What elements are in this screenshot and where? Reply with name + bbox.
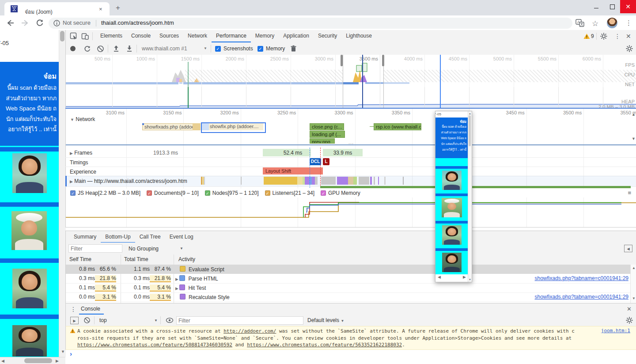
activity-cell[interactable]: ▶ Hit Test bbox=[175, 284, 206, 291]
col-activity[interactable]: Activity bbox=[178, 256, 195, 262]
counter-checkbox[interactable]: ✓ bbox=[321, 190, 326, 196]
console-clear-icon[interactable] bbox=[83, 317, 91, 324]
bottom-filter-input[interactable] bbox=[68, 244, 122, 253]
warning-count[interactable]: 9 bbox=[591, 33, 594, 39]
bottom-tab-event-log[interactable]: Event Log bbox=[165, 231, 198, 243]
scroll-right-icon[interactable]: ▶ bbox=[56, 359, 59, 363]
screenshots-label[interactable]: Screenshots bbox=[223, 46, 253, 52]
reload-icon[interactable] bbox=[35, 19, 44, 27]
profile-select-caret-icon[interactable]: ▼ bbox=[204, 46, 207, 50]
console-filter-input[interactable] bbox=[176, 316, 303, 325]
tab-sources[interactable]: Sources bbox=[155, 30, 183, 42]
expand-icon[interactable]: ▶ bbox=[175, 277, 179, 281]
legend-menu-icon[interactable]: ≡ bbox=[628, 190, 631, 196]
devtools-close-icon[interactable]: ✕ bbox=[626, 33, 631, 40]
warning-link[interactable]: https://www.chromestatus.com/feature/563… bbox=[247, 342, 402, 348]
network-request[interactable]: loading.gif (... bbox=[310, 131, 345, 138]
network-request[interactable]: rsp.ico (www.thaiall.com) bbox=[374, 123, 421, 130]
scroll-down-icon[interactable]: ▼ bbox=[61, 350, 65, 354]
console-context-select[interactable]: top bbox=[99, 317, 107, 323]
table-row[interactable]: 0.3 ms21.8 %0.3 ms21.8 %▶ Parse HTMLshow… bbox=[66, 274, 636, 284]
load-profile-icon[interactable] bbox=[113, 45, 120, 52]
browser-menu-icon[interactable]: ⋮ bbox=[625, 19, 632, 27]
expand-icon[interactable]: ▶ bbox=[175, 286, 179, 291]
activity-cell[interactable]: Recalculate Style bbox=[175, 294, 230, 300]
counter-checkbox[interactable]: ✓ bbox=[70, 190, 76, 196]
network-request[interactable]: close.png (c... bbox=[310, 123, 344, 130]
device-toolbar-icon[interactable] bbox=[81, 32, 89, 40]
counter-checkbox[interactable]: ✓ bbox=[147, 190, 152, 196]
page-hscrollbar[interactable]: ◀ ▶ bbox=[0, 357, 65, 364]
detail-scroll-up-icon[interactable]: ▲ bbox=[632, 113, 636, 117]
grid-header[interactable]: Self Time Total Time Activity bbox=[66, 254, 636, 265]
layout-shift-bar[interactable]: Layout Shift bbox=[263, 167, 323, 174]
counter-toggle[interactable]: ✓Nodes[975 – 1 120] bbox=[205, 190, 259, 196]
flame-segment[interactable] bbox=[305, 177, 309, 185]
source-link[interactable]: showfixads.php?tabname=c0001941:29 bbox=[485, 275, 628, 281]
grouping-caret-icon[interactable]: ▼ bbox=[180, 246, 183, 250]
tab-close-icon[interactable]: × bbox=[99, 6, 102, 12]
popup-next-icon[interactable]: ▶ bbox=[463, 275, 466, 279]
timings-track-label[interactable]: Timings bbox=[70, 159, 88, 166]
warning-link[interactable]: https://www.chromestatus.com/feature/508… bbox=[77, 342, 232, 348]
network-request-selected[interactable]: showfix.php (addoer.... bbox=[202, 123, 263, 130]
scroll-left-icon[interactable]: ◀ bbox=[1, 359, 4, 363]
save-profile-icon[interactable] bbox=[126, 45, 133, 52]
activity-cell[interactable]: ▶ Parse HTML bbox=[175, 275, 218, 282]
flame-segment[interactable] bbox=[348, 177, 353, 185]
flame-segment[interactable] bbox=[370, 177, 372, 185]
table-row[interactable]: 0.8 ms65.6 %1.1 ms87.4 % Evaluate Script bbox=[66, 265, 636, 274]
network-track-label[interactable]: ▼ Network bbox=[70, 116, 95, 122]
grid-scroll-up-icon[interactable]: ▲ bbox=[632, 266, 636, 270]
console-source-link[interactable]: joom.htm:1 bbox=[552, 328, 630, 334]
show-heaviest-stack-icon[interactable]: ◀ bbox=[624, 245, 632, 252]
bottom-tab-bottom-up[interactable]: Bottom-Up bbox=[101, 231, 135, 243]
minimize-button[interactable] bbox=[588, 0, 604, 13]
flame-segment[interactable] bbox=[374, 177, 375, 185]
settings-gear-icon[interactable] bbox=[600, 33, 607, 40]
clear-icon[interactable] bbox=[97, 45, 104, 53]
flame-segment[interactable] bbox=[403, 177, 404, 185]
bookmark-star-icon[interactable]: ☆ bbox=[592, 19, 598, 28]
main-track-label[interactable]: ▶ Main — http://www.thaiall.com/actress/… bbox=[70, 178, 187, 184]
tab-console[interactable]: Console bbox=[127, 30, 155, 42]
bottom-tab-summary[interactable]: Summary bbox=[69, 231, 101, 243]
console-settings-gear-icon[interactable] bbox=[626, 317, 633, 324]
activity-cell[interactable]: Evaluate Script bbox=[175, 266, 224, 273]
flame-segment[interactable] bbox=[315, 177, 318, 185]
selection-left-handle[interactable] bbox=[341, 55, 343, 66]
counters-chart[interactable] bbox=[65, 197, 636, 228]
experience-track[interactable] bbox=[65, 167, 636, 176]
flame-segment[interactable] bbox=[297, 177, 303, 185]
table-row[interactable]: 0.0 ms3.1 %0.0 ms3.1 % Recalculate Style… bbox=[66, 292, 636, 302]
forward-icon[interactable] bbox=[20, 19, 29, 27]
tab-lighthouse[interactable]: Lighthouse bbox=[341, 30, 376, 42]
network-request[interactable]: prev.png bbox=[310, 138, 335, 144]
col-total-time[interactable]: Total Time bbox=[124, 256, 148, 262]
flame-segment[interactable] bbox=[204, 177, 205, 185]
counter-checkbox[interactable]: ✓ bbox=[265, 190, 270, 196]
network-splitter[interactable] bbox=[66, 144, 636, 145]
counter-toggle[interactable]: ✓JS Heap[2.2 MB – 3.0 MB] bbox=[70, 190, 140, 196]
trash-icon[interactable] bbox=[290, 45, 297, 52]
console-warning[interactable]: A cookie associated with a cross-site re… bbox=[65, 326, 636, 350]
console-prompt[interactable]: › bbox=[70, 350, 72, 357]
flame-segment[interactable] bbox=[337, 177, 348, 185]
omnibox[interactable]: Not secure thaiall.com/actress/joom.htm bbox=[49, 18, 572, 29]
tab-security[interactable]: Security bbox=[314, 30, 341, 42]
counter-toggle[interactable]: ✓Documents[9 – 10] bbox=[147, 190, 199, 196]
reload-profile-icon[interactable] bbox=[83, 45, 91, 53]
flame-segment[interactable] bbox=[378, 177, 379, 185]
frames-track-label[interactable]: ▶ Frames bbox=[70, 150, 92, 156]
back-icon[interactable] bbox=[6, 19, 15, 27]
flame-segment[interactable] bbox=[359, 177, 369, 185]
counter-checkbox[interactable]: ✓ bbox=[205, 190, 210, 196]
experience-track-label[interactable]: Experience bbox=[70, 169, 96, 175]
console-levels-select[interactable]: Default levels ▼ bbox=[307, 317, 344, 323]
drawer-menu-icon[interactable]: ⋮ bbox=[70, 306, 76, 313]
tab-elements[interactable]: Elements bbox=[96, 30, 127, 42]
selection-left-edge[interactable] bbox=[343, 55, 343, 108]
screenshots-checkbox[interactable]: ✓ bbox=[215, 46, 221, 52]
flame-segment[interactable] bbox=[321, 177, 336, 185]
console-close-icon[interactable]: ✕ bbox=[627, 306, 632, 312]
